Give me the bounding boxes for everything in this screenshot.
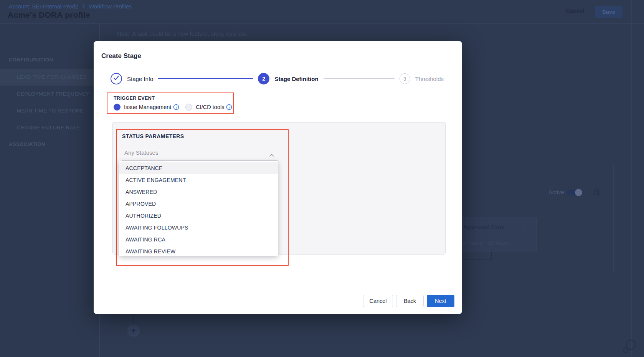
info-icon[interactable] [226, 104, 232, 110]
modal-title: Create Stage [101, 52, 141, 60]
step-connector-done [158, 78, 253, 79]
radio-cicd-tools[interactable] [185, 104, 192, 111]
sidebar-item-lead-time-for-changes[interactable]: LEAD TIME FOR CHANGES [0, 69, 100, 86]
page-title: Acme's DORA profile [8, 10, 90, 20]
chat-bubble-icon[interactable] [621, 339, 639, 356]
breadcrumb-account-link[interactable]: Account: SEI-Internal-Prod2 [9, 3, 78, 10]
sidebar-item-mean-time-to-restore[interactable]: MEAN TIME TO RESTORE [0, 102, 100, 119]
breadcrumb: Account: SEI-Internal-Prod2 Workflow Pro… [9, 3, 132, 10]
trigger-event-options: Issue Management CI/CD tools [114, 102, 232, 112]
radio-issue-management-label: Issue Management [124, 104, 171, 110]
create-stage-modal: Create Stage Stage Info 2 Stage Definiti… [94, 41, 462, 314]
radio-issue-management[interactable] [114, 104, 121, 111]
sidebar-item-deployment-frequency[interactable]: DEPLOYMENT FREQUENCY [0, 86, 100, 102]
info-icon[interactable] [173, 104, 179, 110]
status-option[interactable]: AWAITING REVIEW [119, 246, 278, 256]
sidebar-item-change-failure-rate[interactable]: CHANGE FAILURE RATE [0, 119, 100, 136]
status-option[interactable]: ANSWERED [119, 186, 278, 198]
sidebar-item-association[interactable]: ASSOCIATION [9, 141, 45, 147]
pencil-icon[interactable] [522, 222, 528, 231]
stage-card-title: Approval Time [463, 223, 504, 230]
step-1-circle[interactable] [111, 73, 122, 84]
breadcrumb-section-link[interactable]: Workflow Profiles [89, 3, 132, 10]
step-connector-upcoming [324, 78, 395, 79]
panel-divider [613, 165, 614, 273]
status-option[interactable]: AWAITING RCA [119, 234, 278, 246]
status-parameters-label: STATUS PARAMETERS [122, 133, 184, 139]
chevron-right-icon [82, 3, 85, 10]
status-option[interactable]: ACTIVE ENGAGEMENT [119, 174, 278, 186]
status-option[interactable]: AWAITING FOLLOWUPS [119, 222, 278, 234]
statuses-select[interactable]: Any Statuses [122, 145, 278, 160]
stepper: Stage Info 2 Stage Definition 3 Threshol… [111, 73, 444, 84]
statuses-dropdown: ACCEPTANCE ACTIVE ENGAGEMENT ANSWERED AP… [119, 161, 278, 256]
header-save-button[interactable]: Save [595, 6, 623, 18]
cancel-button[interactable]: Cancel [363, 295, 393, 307]
step-2-label: Stage Definition [274, 76, 318, 82]
radio-cicd-tools-label: CI/CD tools [196, 104, 224, 110]
trigger-event-label: TRIGGER EVENT [114, 96, 155, 101]
next-button[interactable]: Next [427, 295, 454, 307]
check-icon [111, 73, 121, 84]
active-toggle-label: Active [548, 189, 564, 195]
status-option[interactable]: AUTHORIZED [119, 210, 278, 222]
statuses-select-value: Any Statuses [124, 149, 158, 156]
stage-flow-dashed-connector [462, 251, 492, 259]
chevron-up-icon [269, 151, 274, 158]
step-3-label: Thresholds [415, 76, 444, 82]
status-option[interactable]: APPROVED [119, 198, 278, 210]
add-stage-button[interactable]: + [129, 326, 139, 336]
trigger-event-annotation-box: TRIGGER EVENT Issue Management CI/CD too… [107, 93, 234, 114]
status-option[interactable]: ACCEPTANCE [119, 162, 278, 174]
app-screen: Account: SEI-Internal-Prod2 Workflow Pro… [0, 0, 644, 357]
task-note-text: Note: A task could be a new feature, sto… [117, 30, 248, 37]
lock-icon[interactable] [593, 188, 599, 197]
step-2-circle[interactable]: 2 [258, 73, 269, 84]
step-1-label: Stage Info [127, 76, 153, 82]
plus-icon: + [132, 327, 136, 334]
toggle-knob [575, 189, 582, 196]
sidebar: CONFIGURATION LEAD TIME FOR CHANGES DEPL… [0, 24, 100, 357]
active-toggle[interactable] [567, 190, 581, 195]
header-cancel-button[interactable]: Cancel [566, 7, 585, 14]
back-button[interactable]: Back [396, 295, 424, 307]
sidebar-category-configuration: CONFIGURATION [9, 57, 53, 63]
right-rail-divider [631, 0, 632, 357]
step-3-circle[interactable]: 3 [400, 73, 410, 84]
